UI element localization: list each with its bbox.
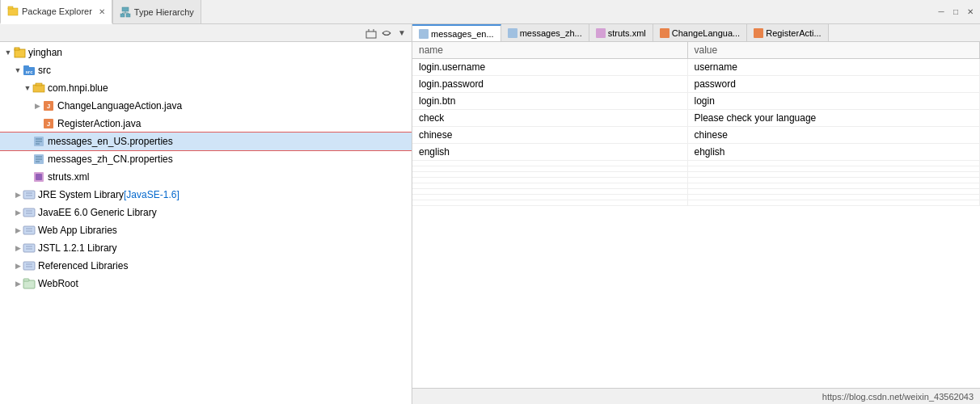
type-hierarchy-icon (120, 6, 131, 18)
tree-item-change-lang[interactable]: ▶ J ChangeLanguageAction.java (0, 97, 412, 115)
project-icon (13, 46, 26, 59)
tab-messages-zh-label: messages_zh... (520, 28, 582, 38)
tree-item-src[interactable]: ▼ src src (0, 61, 412, 79)
table-row: chinesechinese (412, 127, 980, 144)
arrow-yinghan[interactable]: ▼ (3, 48, 13, 57)
tree-item-register-action[interactable]: J RegisterAction.java (0, 115, 412, 133)
arrow-change-lang[interactable]: ▶ (32, 101, 42, 111)
table-row (412, 166, 980, 172)
close-btn[interactable]: ✕ (964, 6, 977, 19)
prop-value: login (687, 93, 980, 110)
tab-register-action-icon (754, 28, 763, 38)
prop-value: ehglish (687, 144, 980, 161)
properties-file-icon-1 (32, 135, 45, 148)
tree-item-yinghan[interactable]: ▼ yinghan (0, 44, 412, 61)
tab-type-hierarchy[interactable]: Type Hierarchy (112, 0, 201, 23)
tree-item-package[interactable]: ▼ com.hnpi.blue (0, 79, 412, 97)
library-icon-3 (23, 224, 36, 237)
arrow-jre[interactable]: ▶ (13, 190, 23, 200)
status-bar: https://blog.csdn.net/weixin_43562043 (412, 388, 980, 404)
view-menu-btn[interactable]: ▼ (395, 27, 408, 40)
table-row (412, 200, 980, 206)
tab-package-explorer-close[interactable]: ✕ (99, 7, 105, 16)
java-file-icon-1: J (42, 99, 55, 112)
properties-content: name value login.usernameusernamelogin.p… (412, 42, 980, 388)
svg-rect-2 (122, 7, 129, 11)
arrow-webapp-lib[interactable]: ▶ (13, 225, 23, 235)
table-row (412, 195, 980, 200)
prop-value: chinese (687, 127, 980, 144)
svg-rect-36 (23, 208, 35, 217)
maximize-btn[interactable]: □ (949, 6, 962, 19)
library-icon-1 (23, 188, 36, 201)
tab-struts-xml[interactable]: struts.xml (589, 24, 653, 41)
tab-change-lang-label: ChangeLangua... (672, 28, 740, 38)
tab-messages-en[interactable]: messages_en... (412, 24, 501, 41)
tab-change-lang-icon (660, 28, 670, 38)
tree-item-javaee[interactable]: ▶ JavaEE 6.0 Generic Library (0, 204, 412, 221)
label-javaee: JavaEE 6.0 Generic Library (38, 207, 157, 218)
arrow-referenced-libs[interactable]: ▶ (13, 261, 23, 271)
minimize-btn[interactable]: ─ (935, 6, 948, 19)
prop-value (687, 183, 980, 189)
tree-item-jre[interactable]: ▶ JRE System Library [JavaSE-1.6] (0, 186, 412, 204)
tree-item-struts-xml[interactable]: struts.xml (0, 168, 412, 186)
tab-package-explorer[interactable]: Package Explorer ✕ (0, 0, 112, 24)
src-folder-icon: src (23, 64, 36, 77)
tab-change-language[interactable]: ChangeLangua... (653, 24, 747, 41)
status-url: https://blog.csdn.net/weixin_43562043 (822, 392, 974, 402)
arrow-webroot[interactable]: ▶ (13, 279, 23, 288)
prop-value (687, 166, 980, 172)
svg-rect-9 (366, 32, 376, 38)
label-webapp-lib: Web App Libraries (38, 225, 117, 236)
arrow-jstl[interactable]: ▶ (13, 243, 23, 253)
table-row: login.usernameusername (412, 59, 980, 76)
prop-value (687, 178, 980, 183)
prop-value: Please check your language (687, 110, 980, 127)
arrow-javaee[interactable]: ▶ (13, 208, 23, 217)
prop-value (687, 189, 980, 195)
svg-rect-33 (23, 191, 35, 199)
arrow-package[interactable]: ▼ (23, 83, 32, 93)
prop-name: english (412, 144, 687, 161)
prop-value: username (687, 59, 980, 76)
svg-rect-0 (8, 8, 18, 15)
svg-rect-18 (36, 83, 42, 86)
tree-item-messages-zh[interactable]: messages_zh_CN.properties (0, 150, 412, 168)
right-panel: messages_en... messages_zh... struts.xml… (412, 24, 980, 404)
arrow-src[interactable]: ▼ (13, 65, 23, 75)
tree-item-referenced-libs[interactable]: ▶ Referenced Libraries (0, 257, 412, 275)
tree-item-webroot[interactable]: ▶ WebRoot (0, 275, 412, 292)
tree-item-webapp-lib[interactable]: ▶ Web App Libraries (0, 221, 412, 239)
properties-table: name value login.usernameusernamelogin.p… (412, 42, 980, 206)
properties-file-icon-2 (32, 153, 45, 166)
svg-rect-4 (126, 14, 130, 17)
tab-register-action[interactable]: RegisterActi... (747, 24, 828, 41)
col-header-name: name (412, 42, 687, 59)
link-editor-btn[interactable] (380, 27, 393, 40)
table-row (412, 178, 980, 183)
main-tab-bar: Package Explorer ✕ Type Hierarchy ─ □ ✕ (0, 0, 980, 24)
table-row: login.btnlogin (412, 93, 980, 110)
library-icon-5 (23, 259, 36, 272)
prop-name: login.username (412, 59, 687, 76)
prop-name (412, 183, 687, 189)
right-tab-bar: messages_en... messages_zh... struts.xml… (412, 24, 980, 42)
left-panel: ▼ ▼ yinghan (0, 24, 412, 404)
collapse-all-btn[interactable] (365, 27, 378, 40)
prop-name: check (412, 110, 687, 127)
tree-item-jstl[interactable]: ▶ JSTL 1.2.1 Library (0, 239, 412, 257)
tab-messages-zh[interactable]: messages_zh... (501, 24, 589, 41)
label-src: src (38, 65, 51, 76)
tab-struts-xml-icon (596, 28, 606, 38)
svg-rect-3 (120, 14, 125, 17)
label-messages-en: messages_en_US.properties (48, 136, 173, 147)
tab-messages-zh-icon (508, 28, 517, 38)
prop-value: password (687, 76, 980, 93)
java-file-icon-2: J (42, 117, 55, 130)
table-row (412, 189, 980, 195)
tree-item-messages-en[interactable]: messages_en_US.properties (0, 133, 412, 150)
main-tab-toolbar: ─ □ ✕ (931, 0, 980, 23)
col-header-value: value (687, 42, 980, 59)
label-package: com.hnpi.blue (48, 82, 108, 94)
